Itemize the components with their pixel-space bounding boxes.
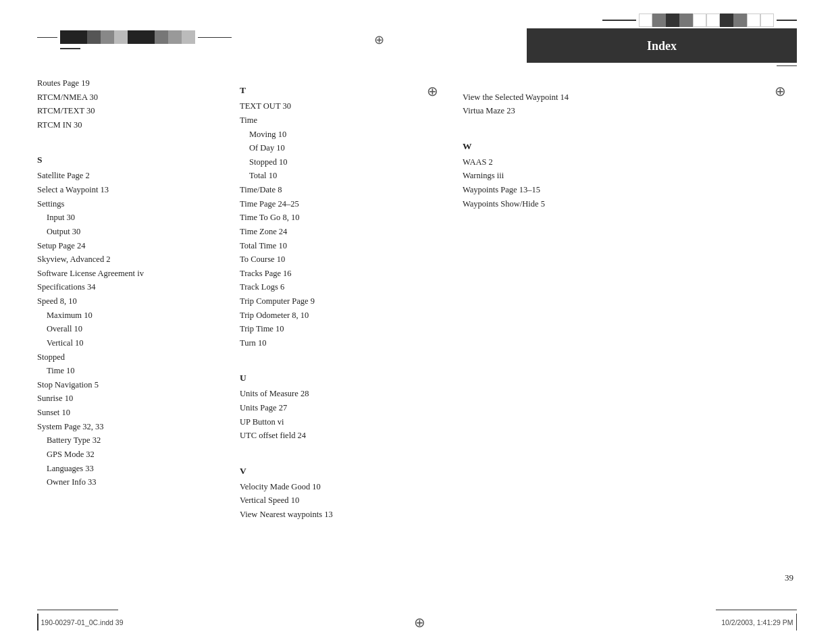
entry-rtcm-nmea: RTCM/NMEA 30 [37, 90, 226, 105]
entry-to-course: To Course 10 [240, 252, 415, 267]
entry-setup-page: Setup Page 24 [37, 239, 226, 253]
mid-column: T TEXT OUT 30 Time Moving 10 Of Day 10 S… [226, 70, 415, 603]
left-column: Routes Page 19 RTCM/NMEA 30 RTCM/TEXT 30… [37, 70, 226, 603]
top-left-short-line [37, 37, 57, 38]
checker-block [101, 30, 114, 44]
entry-settings: Settings [37, 197, 226, 211]
entry-software-license: Software License Agreement iv [37, 267, 226, 281]
checker-block [639, 14, 652, 27]
checker-block [747, 14, 760, 27]
bottom-left-vert [37, 614, 38, 630]
left-crosshair: ⊕ [427, 83, 438, 99]
entry-tracks-page: Tracks Page 16 [240, 267, 415, 281]
entry-skyview: Skyview, Advanced 2 [37, 252, 226, 267]
page-container: ⊕ [0, 0, 834, 644]
left-checker-strip [60, 30, 195, 44]
t-letter: T [240, 83, 415, 98]
entry-utc-offset: UTC offset field 24 [240, 429, 415, 443]
entry-time-total: Total 10 [240, 169, 415, 183]
tr-left-line [602, 20, 636, 21]
entry-vertical-speed: Vertical Speed 10 [240, 493, 415, 508]
entry-warnings: Warnings iii [463, 169, 763, 183]
entry-time: Time [240, 113, 415, 128]
checker-block [141, 30, 155, 44]
v-section: V Velocity Made Good 10 Vertical Speed 1… [240, 464, 415, 522]
entry-total-time: Total Time 10 [240, 239, 415, 253]
checker-block [182, 30, 195, 44]
s-letter: S [37, 153, 226, 167]
entry-select-waypoint: Select a Waypoint 13 [37, 183, 226, 197]
entry-languages: Languages 33 [37, 462, 226, 476]
entry-sunset: Sunset 10 [37, 406, 226, 420]
entry-routes: Routes Page 19 [37, 76, 226, 90]
entry-units-measure: Units of Measure 28 [240, 387, 415, 401]
checker-block [720, 14, 733, 27]
bottom-right: 10/2/2003, 1:41:29 PM [716, 610, 797, 631]
entry-satellite-page: Satellite Page 2 [37, 169, 226, 183]
checker-block [168, 30, 182, 44]
top-left-inner [37, 30, 232, 44]
entry-text-out: TEXT OUT 30 [240, 99, 415, 113]
entry-sunrise: Sunrise 10 [37, 392, 226, 406]
entry-battery-type: Battery Type 32 [37, 433, 226, 448]
left-crosshair-area: ⊕ [415, 70, 449, 603]
bottom-right-rule [716, 610, 797, 611]
right-crosshair-area: ⊕ [763, 70, 797, 603]
entry-virtua-maze: Virtua Maze 23 [463, 104, 763, 118]
entry-trip-computer: Trip Computer Page 9 [240, 294, 415, 308]
checker-block [87, 30, 101, 44]
entry-output: Output 30 [37, 225, 226, 239]
tr-bottom-small-line [777, 65, 797, 67]
top-decoration: ⊕ [0, 0, 834, 70]
w-section: W WAAS 2 Warnings iii Waypoints Page 13–… [463, 139, 763, 211]
entry-trip-time: Trip Time 10 [240, 322, 415, 336]
t-section: T TEXT OUT 30 Time Moving 10 Of Day 10 S… [240, 83, 415, 350]
center-crosshair: ⊕ [374, 32, 384, 47]
entry-time-page: Time Page 24–25 [240, 197, 415, 211]
entry-system-page: System Page 32, 33 [37, 420, 226, 434]
checker-block [733, 14, 747, 27]
u-section: U Units of Measure 28 Units Page 27 UP B… [240, 371, 415, 443]
entry-units-page: Units Page 27 [240, 401, 415, 415]
entry-gps-mode: GPS Mode 32 [37, 448, 226, 462]
right-checker-strip [639, 14, 774, 27]
bottom-left-inner: 190-00297-01_0C.indd 39 [37, 614, 124, 630]
w-letter: W [463, 139, 763, 154]
entry-view-nearest: View Nearest waypoints 13 [240, 508, 415, 522]
checker-block [114, 30, 128, 44]
entry-time-stopped: Stopped 10 [240, 155, 415, 169]
entry-speed: Speed 8, 10 [37, 294, 226, 308]
entry-owner-info: Owner Info 33 [37, 475, 226, 489]
entry-time-to-go: Time To Go 8, 10 [240, 211, 415, 225]
entry-specifications: Specifications 34 [37, 280, 226, 294]
bottom-left-rule [37, 610, 118, 611]
u-letter: U [240, 371, 415, 385]
entry-timedate: Time/Date 8 [240, 183, 415, 197]
checker-block [666, 14, 679, 27]
checker-block [706, 14, 720, 27]
entry-rtcm-text: RTCM/TEXT 30 [37, 104, 226, 118]
bottom-right-inner: 10/2/2003, 1:41:29 PM [721, 614, 797, 630]
entry-maximum: Maximum 10 [37, 308, 226, 323]
entry-time-zone: Time Zone 24 [240, 225, 415, 239]
entry-velocity: Velocity Made Good 10 [240, 480, 415, 494]
checker-block [760, 14, 774, 27]
index-header: Index [527, 30, 797, 63]
entry-view-selected: View the Selected Waypoint 14 [463, 90, 763, 105]
index-title: Index [647, 39, 677, 53]
right-column: View the Selected Waypoint 14 Virtua Maz… [449, 70, 763, 603]
entry-waas: WAAS 2 [463, 155, 763, 169]
checker-block [128, 30, 141, 44]
entry-vertical: Vertical 10 [37, 336, 226, 350]
entry-time-moving: Moving 10 [240, 128, 415, 142]
checker-block [652, 14, 666, 27]
bottom-decoration: 190-00297-01_0C.indd 39 ⊕ 10/2/2003, 1:4… [0, 603, 834, 645]
checker-block [74, 30, 87, 44]
content-wrapper: Routes Page 19 RTCM/NMEA 30 RTCM/TEXT 30… [0, 70, 834, 603]
top-right-checker-row [602, 14, 797, 27]
checker-block [60, 30, 74, 44]
v-letter: V [240, 464, 415, 479]
r-entries: Routes Page 19 RTCM/NMEA 30 RTCM/TEXT 30… [37, 76, 226, 132]
entry-stop-navigation: Stop Navigation 5 [37, 378, 226, 392]
entry-stopped: Stopped [37, 350, 226, 365]
